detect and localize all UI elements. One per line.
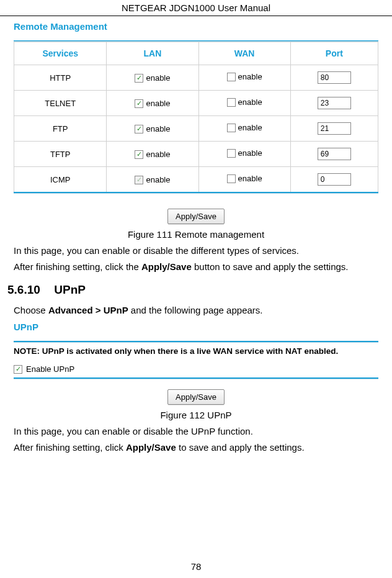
lan-enable-label: enable xyxy=(146,175,170,184)
service-cell: TFTP xyxy=(14,142,107,167)
lan-enable-checkbox: ✓ xyxy=(135,176,143,184)
choose-post: and the following page appears. xyxy=(128,305,263,315)
lan-enable-label: enable xyxy=(146,124,170,133)
section-number: 5.6.10 xyxy=(7,283,51,297)
lan-enable-checkbox[interactable]: ✓ xyxy=(135,125,143,133)
table-header-row: Services LAN WAN Port xyxy=(14,42,378,65)
page-header: NETGEAR JDGN1000 User Manual xyxy=(0,0,392,16)
col-lan: LAN xyxy=(107,42,198,65)
upnp-top-rule xyxy=(14,341,378,343)
section-name: UPnP xyxy=(54,283,86,296)
wan-enable-label: enable xyxy=(238,72,262,81)
lan-enable-checkbox[interactable]: ✓ xyxy=(135,74,143,83)
remote-management-table: Services LAN WAN Port HTTP✓enableenable8… xyxy=(14,42,378,192)
wan-cell: enable xyxy=(198,142,290,167)
upnp-description-1: In this page, you can enable or disable … xyxy=(14,424,378,439)
lan-cell: ✓enable xyxy=(107,116,198,142)
remote-text2-pre: After finishing setting, click the xyxy=(14,261,141,272)
port-input[interactable]: 80 xyxy=(318,71,351,84)
remote-management-title: Remote Management xyxy=(14,21,378,32)
table-row: TFTP✓enableenable69 xyxy=(14,142,378,167)
wan-enable-label: enable xyxy=(238,148,262,158)
enable-upnp-label: Enable UPnP xyxy=(26,364,74,374)
port-input[interactable]: 23 xyxy=(318,97,351,109)
port-input[interactable]: 21 xyxy=(318,122,351,135)
choose-bold: Advanced > UPnP xyxy=(48,305,128,315)
upnp-choose-text: Choose Advanced > UPnP and the following… xyxy=(14,303,378,318)
wan-cell: enable xyxy=(198,65,290,91)
lan-enable-checkbox[interactable]: ✓ xyxy=(135,99,143,108)
upnp-bottom-rule xyxy=(14,377,378,379)
port-cell: 23 xyxy=(290,91,378,116)
apply-save-button-remote[interactable]: Apply/Save xyxy=(167,209,225,224)
page-content: Remote Management Services LAN WAN Port … xyxy=(0,16,392,455)
wan-cell: enable xyxy=(198,91,290,116)
remote-description-2: After finishing setting, click the Apply… xyxy=(14,260,378,274)
wan-enable-checkbox[interactable] xyxy=(227,124,236,132)
lan-enable-checkbox[interactable]: ✓ xyxy=(135,150,143,159)
figure-111-caption: Figure 111 Remote management xyxy=(14,229,378,240)
col-wan: WAN xyxy=(198,42,290,65)
upnp-note: NOTE: UPnP is activated only when there … xyxy=(14,346,378,356)
enable-upnp-row: ✓ Enable UPnP xyxy=(14,364,378,374)
remote-text2-bold: Apply/Save xyxy=(141,261,192,272)
remote-description-1: In this page, you can enable or disable … xyxy=(14,243,378,258)
enable-upnp-checkbox[interactable]: ✓ xyxy=(14,365,22,374)
port-input[interactable]: 0 xyxy=(318,173,351,186)
upnp-text2-post: to save and apply the settings. xyxy=(176,442,305,453)
apply-save-button-upnp[interactable]: Apply/Save xyxy=(167,389,225,405)
lan-enable-label: enable xyxy=(146,150,170,159)
upnp-text2-bold: Apply/Save xyxy=(126,442,176,453)
service-cell: HTTP xyxy=(14,65,107,91)
remote-text2-post: button to save and apply the settings. xyxy=(192,261,349,272)
lan-cell: ✓enable xyxy=(107,91,198,116)
wan-enable-label: enable xyxy=(238,123,262,132)
port-cell: 0 xyxy=(290,167,378,192)
wan-enable-checkbox[interactable] xyxy=(227,149,236,158)
port-input[interactable]: 69 xyxy=(318,148,351,160)
figure-112-caption: Figure 112 UPnP xyxy=(14,410,378,420)
port-cell: 80 xyxy=(290,65,378,91)
wan-enable-label: enable xyxy=(238,97,262,107)
wan-cell: enable xyxy=(198,116,290,142)
choose-pre: Choose xyxy=(14,305,48,315)
lan-enable-label: enable xyxy=(146,73,170,83)
service-cell: ICMP xyxy=(14,167,107,192)
lan-cell: ✓enable xyxy=(107,65,198,91)
upnp-description-2: After finishing setting, click Apply/Sav… xyxy=(14,440,378,455)
lan-cell: ✓enable xyxy=(107,167,198,192)
table-row: HTTP✓enableenable80 xyxy=(14,65,378,91)
wan-enable-label: enable xyxy=(238,174,262,183)
wan-cell: enable xyxy=(198,167,290,192)
port-cell: 69 xyxy=(290,142,378,167)
section-5-6-10-heading: 5.6.10 UPnP xyxy=(7,283,378,297)
page-title: NETGEAR JDGN1000 User Manual xyxy=(122,2,270,13)
upnp-text2-pre: After finishing setting, click xyxy=(14,442,126,453)
service-cell: FTP xyxy=(14,116,107,142)
service-cell: TELNET xyxy=(14,91,107,116)
table-row: FTP✓enableenable21 xyxy=(14,116,378,142)
col-services: Services xyxy=(14,42,107,65)
table-row: TELNET✓enableenable23 xyxy=(14,91,378,116)
upnp-subtitle: UPnP xyxy=(14,322,378,332)
lan-enable-label: enable xyxy=(146,99,170,108)
lan-cell: ✓enable xyxy=(107,142,198,167)
wan-enable-checkbox[interactable] xyxy=(227,73,236,81)
table-row: ICMP✓enableenable0 xyxy=(14,167,378,192)
port-cell: 21 xyxy=(290,116,378,142)
wan-enable-checkbox[interactable] xyxy=(227,98,236,107)
col-port: Port xyxy=(290,42,378,65)
wan-enable-checkbox[interactable] xyxy=(227,174,236,183)
